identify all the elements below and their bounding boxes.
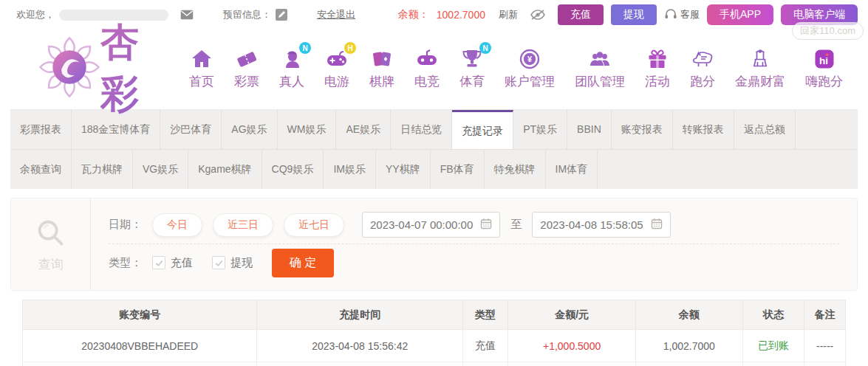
nav-label: 账户管理 [505, 73, 555, 90]
cell-状态: 已到账 [742, 330, 804, 362]
nav-item-egame[interactable]: H电游 [324, 47, 349, 90]
query-main: 日期： 今日近三日近七日 2023-04-07 00:00:00 至 2023-… [91, 198, 857, 290]
cell-类型: 充值 [462, 330, 508, 362]
checkbox-icon[interactable] [212, 256, 225, 269]
cell-empty [742, 362, 804, 366]
withdraw-button[interactable]: 提现 [611, 4, 657, 25]
table-row-partial [23, 362, 846, 366]
date-to-value: 2023-04-08 15:58:05 [540, 218, 643, 231]
column-header-类型: 类型 [462, 300, 508, 330]
records-table: 账变编号充提时间类型金额/元余额状态备注 20230408VBBEHADEED2… [22, 300, 846, 366]
cell-empty [804, 362, 846, 366]
ticket-icon [234, 47, 259, 71]
gift-icon [645, 47, 670, 71]
date-filter-row: 日期： 今日近三日近七日 2023-04-07 00:00:00 至 2023-… [109, 206, 839, 244]
nav-label: 彩票 [234, 73, 259, 90]
yen-circle-icon: ¥ [517, 47, 542, 71]
nav-item-esports[interactable]: 电竞 [414, 47, 440, 90]
tab-AE娱乐[interactable]: AE娱乐 [336, 110, 391, 149]
tab-日结总览[interactable]: 日结总览 [391, 110, 452, 149]
confirm-button[interactable]: 确 定 [272, 249, 334, 277]
tab-余额查询[interactable]: 余额查询 [10, 150, 72, 189]
tab-转账报表[interactable]: 转账报表 [673, 110, 734, 149]
site-logo[interactable]: 杏彩 [38, 17, 173, 120]
tab-特兔棋牌[interactable]: 特兔棋牌 [485, 150, 546, 189]
nav-item-paofen[interactable]: 跑分 [690, 47, 715, 90]
nav-item-live[interactable]: N真人 [279, 47, 304, 90]
brand-name: 杏彩 [100, 17, 173, 120]
customer-service[interactable]: 客服 [664, 8, 700, 22]
site-header: 杏彩 首页彩票N真人H电游棋牌电竞N体育¥账户管理团队管理活动跑分金鼎财富hi嗨… [0, 30, 868, 108]
date-to-input[interactable]: 2023-04-08 15:58:05 [532, 212, 670, 238]
type-option-提现[interactable]: 提现 [212, 256, 253, 270]
column-header-账变编号: 账变编号 [23, 300, 257, 330]
recharge-button[interactable]: 充值 [558, 4, 604, 25]
gamepad-icon: H [324, 47, 349, 71]
cell-充提时间: 2023-04-08 15:56:42 [257, 330, 463, 362]
nav-item-sports[interactable]: N体育 [459, 47, 485, 90]
tab-沙巴体育[interactable]: 沙巴体育 [160, 110, 222, 149]
mobile-app-button[interactable]: 手机APP [707, 4, 773, 25]
tab-IM娱乐[interactable]: IM娱乐 [324, 150, 376, 189]
tab-返点总额[interactable]: 返点总额 [734, 110, 796, 149]
nav-label: 棋牌 [369, 73, 394, 90]
cell-empty [462, 362, 508, 366]
site-watermark: 回家110.com [792, 22, 864, 40]
checkbox-icon[interactable] [152, 256, 165, 269]
svg-text:hi: hi [819, 55, 828, 66]
tab-PT娱乐[interactable]: PT娱乐 [513, 110, 567, 149]
envelope-icon[interactable] [180, 10, 194, 20]
throne-icon [748, 47, 773, 71]
cell-金额/元: +1,000.5000 [508, 330, 636, 362]
joystick-icon [414, 47, 440, 71]
column-header-金额/元: 金额/元 [508, 300, 636, 330]
tab-188金宝博体育[interactable]: 188金宝博体育 [72, 110, 160, 149]
tab-瓦力棋牌[interactable]: 瓦力棋牌 [72, 150, 133, 189]
balance-label: 余额： [398, 8, 429, 21]
tab-彩票报表[interactable]: 彩票报表 [10, 110, 72, 149]
nav-item-account[interactable]: ¥账户管理 [505, 47, 555, 90]
tab-BBIN[interactable]: BBIN [567, 110, 612, 149]
live-person-icon: N [279, 47, 304, 71]
date-from-input[interactable]: 2023-04-07 00:00:00 [362, 212, 500, 238]
type-option-充值[interactable]: 充值 [152, 256, 193, 270]
nav-item-activity[interactable]: 活动 [645, 47, 670, 90]
records-table-wrap: 账变编号充提时间类型金额/元余额状态备注 20230408VBBEHADEED2… [22, 300, 846, 366]
rhino-icon [690, 47, 715, 71]
report-tabs: 彩票报表188金宝博体育沙巴体育AG娱乐WM娱乐AE娱乐日结总览充提记录PT娱乐… [10, 109, 858, 189]
tab-AG娱乐[interactable]: AG娱乐 [222, 110, 277, 149]
refresh-button[interactable]: 刷新 [499, 8, 518, 21]
tab-WM娱乐[interactable]: WM娱乐 [278, 110, 337, 149]
nav-item-jinding[interactable]: 金鼎财富 [735, 47, 785, 90]
edit-icon[interactable] [276, 9, 287, 21]
nav-item-lottery[interactable]: 彩票 [234, 47, 259, 90]
tab-充提记录[interactable]: 充提记录 [452, 110, 513, 149]
nav-item-chess[interactable]: 棋牌 [369, 47, 394, 90]
eye-off-icon[interactable] [530, 9, 546, 21]
search-icon [34, 216, 68, 253]
nav-item-home[interactable]: 首页 [189, 47, 214, 90]
column-header-备注: 备注 [804, 300, 846, 330]
tab-IM体育[interactable]: IM体育 [546, 150, 598, 189]
topbar-right: 余额： 1002.7000 刷新 充值 提现 客服 手机APP 电脑客户端 [398, 4, 858, 25]
range-button-近七日[interactable]: 近七日 [284, 213, 344, 237]
calendar-icon [651, 218, 663, 232]
safe-logout-link[interactable]: 安全退出 [317, 8, 355, 21]
tab-VG娱乐[interactable]: VG娱乐 [133, 150, 188, 189]
type-label: 类型： [109, 256, 142, 270]
cards-icon [369, 47, 394, 71]
tab-CQ9娱乐[interactable]: CQ9娱乐 [262, 150, 324, 189]
tab-FB体育[interactable]: FB体育 [431, 150, 485, 189]
nav-badge-h: H [344, 42, 356, 54]
tab-Kgame棋牌[interactable]: Kgame棋牌 [188, 150, 262, 189]
column-header-余额: 余额 [635, 300, 742, 330]
tab-账变报表[interactable]: 账变报表 [612, 110, 673, 149]
nav-item-hipaofen[interactable]: hi嗨跑分 [805, 47, 843, 90]
nav-label: 跑分 [690, 73, 715, 90]
range-button-近三日[interactable]: 近三日 [213, 213, 273, 237]
nav-item-team[interactable]: 团队管理 [575, 47, 625, 90]
tab-YY棋牌[interactable]: YY棋牌 [376, 150, 431, 189]
tabs-row2: 余额查询瓦力棋牌VG娱乐Kgame棋牌CQ9娱乐IM娱乐YY棋牌FB体育特兔棋牌… [10, 149, 858, 189]
nav-label: 活动 [645, 73, 670, 90]
range-button-今日[interactable]: 今日 [152, 213, 202, 237]
